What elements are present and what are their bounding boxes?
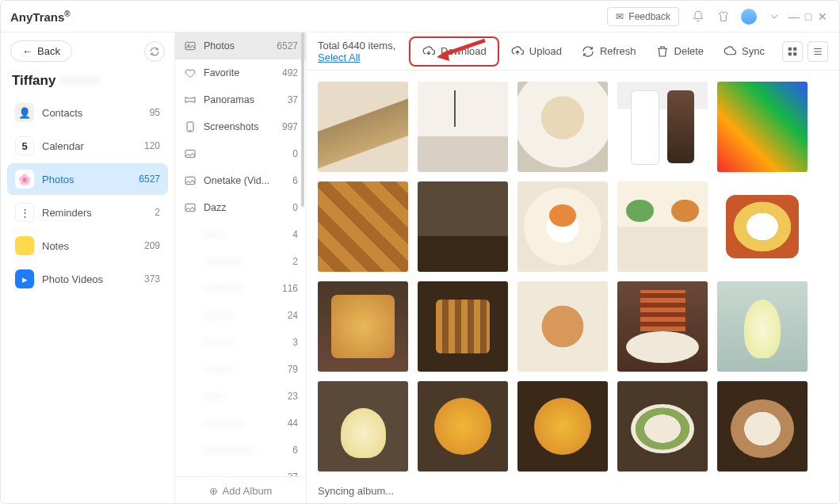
album-item[interactable]: Screenshots997: [175, 113, 306, 140]
album-count: 37: [288, 94, 298, 105]
album-item[interactable]: 0: [175, 140, 306, 167]
photo-thumbnail[interactable]: [318, 181, 408, 272]
photo-thumbnail[interactable]: [717, 281, 808, 372]
photo-thumbnail[interactable]: [617, 381, 708, 472]
image-icon: [183, 200, 197, 215]
photos-icon: [183, 39, 197, 53]
album-item[interactable]: ——23: [175, 383, 306, 410]
delete-button[interactable]: Delete: [647, 40, 712, 63]
toolbar: Total 6440 items, Select All Download Up…: [307, 32, 839, 71]
photo-thumbnail[interactable]: [617, 281, 708, 372]
album-item[interactable]: Panoramas37: [175, 86, 306, 113]
photo-grid: [307, 71, 839, 477]
album-name: Onetake (Vid...: [204, 175, 269, 186]
heart-icon: [183, 66, 197, 80]
video-icon: ▸: [15, 269, 34, 288]
photo-thumbnail[interactable]: [517, 381, 608, 472]
album-name: Photos: [204, 40, 235, 52]
photo-thumbnail[interactable]: [418, 181, 508, 272]
add-album-button[interactable]: ⊕ Add Album: [175, 476, 306, 504]
album-item[interactable]: ————44: [175, 410, 306, 437]
image-icon: [183, 174, 197, 188]
status-bar: Syncing album...: [307, 477, 839, 504]
photo-thumbnail[interactable]: [418, 82, 508, 172]
album-count: 0: [292, 202, 298, 213]
photo-thumbnail[interactable]: [318, 381, 408, 472]
nav-photos[interactable]: 🌸Photos6527: [7, 163, 168, 195]
minimize-button[interactable]: —: [787, 10, 801, 23]
bell-icon[interactable]: [689, 7, 708, 26]
album-name: ———: [204, 472, 234, 476]
album-icon: [183, 416, 197, 430]
album-item[interactable]: ———79: [175, 356, 306, 383]
album-count: 24: [288, 310, 298, 321]
photo-thumbnail[interactable]: [717, 82, 808, 172]
album-count: 44: [288, 418, 298, 429]
album-name: Panoramas: [204, 94, 254, 105]
panorama-icon: [183, 93, 197, 107]
photo-thumbnail[interactable]: [318, 281, 408, 372]
photo-thumbnail[interactable]: [617, 181, 708, 272]
dropdown-icon[interactable]: [765, 7, 784, 26]
contacts-icon: 👤: [15, 103, 34, 122]
nav-calendar[interactable]: 5Calendar120: [7, 130, 168, 162]
notes-icon: [15, 236, 34, 255]
reminders-icon: ⋮: [15, 203, 34, 222]
album-list: Photos6527Favorite492Panoramas37Screensh…: [175, 32, 307, 504]
album-count: 23: [288, 391, 298, 402]
photo-thumbnail[interactable]: [517, 281, 608, 372]
upload-button[interactable]: Upload: [502, 40, 570, 63]
nav-contacts[interactable]: 👤Contacts95: [7, 97, 168, 128]
nav-notes[interactable]: Notes209: [7, 230, 168, 262]
photo-thumbnail[interactable]: [418, 381, 508, 472]
user-name: Tiffany ———: [7, 70, 168, 97]
photo-thumbnail[interactable]: [617, 82, 708, 172]
album-item[interactable]: ——4: [175, 221, 306, 248]
avatar[interactable]: [741, 9, 757, 25]
album-item[interactable]: ————116: [175, 275, 306, 302]
photo-thumbnail[interactable]: [318, 82, 408, 172]
svg-rect-8: [793, 47, 796, 50]
album-item[interactable]: Favorite492: [175, 59, 306, 86]
photo-thumbnail[interactable]: [517, 181, 608, 272]
nav-reminders[interactable]: ⋮Reminders2: [7, 197, 168, 228]
list-view-button[interactable]: [808, 41, 828, 62]
album-item[interactable]: Dazz0: [175, 194, 306, 221]
scrollbar[interactable]: [301, 32, 304, 207]
album-item[interactable]: ————2: [175, 248, 306, 275]
sidebar-refresh-button[interactable]: [144, 41, 165, 62]
close-button[interactable]: ✕: [815, 10, 830, 23]
album-item[interactable]: ———37: [175, 464, 306, 476]
app-title: AnyTrans®: [10, 10, 71, 24]
content: Total 6440 items, Select All Download Up…: [307, 32, 839, 504]
download-button[interactable]: Download: [409, 36, 499, 67]
grid-view-button[interactable]: [782, 41, 803, 62]
back-button[interactable]: ← Back: [10, 40, 72, 62]
photo-thumbnail[interactable]: [717, 381, 808, 472]
select-all-link[interactable]: Select All: [318, 52, 360, 63]
shirt-icon[interactable]: [714, 7, 733, 26]
album-item[interactable]: Onetake (Vid...6: [175, 167, 306, 194]
image-icon: [183, 147, 197, 161]
refresh-button[interactable]: Refresh: [573, 40, 644, 63]
album-count: 116: [282, 283, 298, 294]
album-item[interactable]: —————6: [175, 437, 306, 464]
album-count: 2: [292, 256, 298, 267]
photo-thumbnail[interactable]: [418, 281, 508, 372]
maximize-button[interactable]: □: [801, 10, 815, 23]
album-icon: [183, 470, 197, 476]
calendar-icon: 5: [15, 136, 34, 155]
album-item[interactable]: ———3: [175, 329, 306, 356]
album-item[interactable]: Photos6527: [175, 32, 306, 59]
sync-button[interactable]: Sync: [715, 40, 773, 63]
photo-thumbnail[interactable]: [517, 82, 608, 172]
feedback-label: Feedback: [628, 11, 670, 22]
feedback-button[interactable]: ✉ Feedback: [607, 7, 679, 26]
album-icon: [183, 443, 197, 457]
photo-thumbnail[interactable]: [717, 181, 808, 272]
album-name: ———: [204, 364, 234, 375]
album-name: ——: [204, 391, 223, 402]
album-count: 6: [292, 175, 298, 186]
nav-photo-videos[interactable]: ▸Photo Videos373: [7, 263, 168, 295]
album-item[interactable]: ———24: [175, 302, 306, 329]
